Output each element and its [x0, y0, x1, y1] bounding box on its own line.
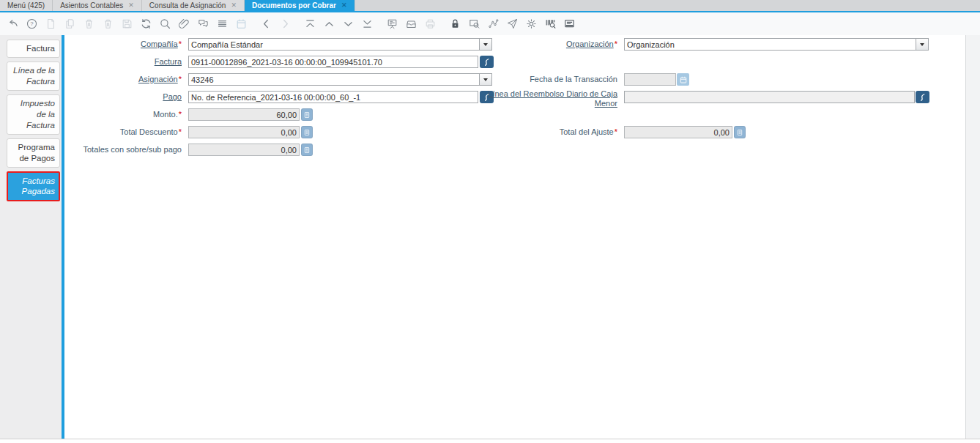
monto-calculator-button[interactable] — [301, 108, 313, 121]
sidebar-item-facturas-pagadas[interactable]: Facturas Pagadas — [7, 171, 60, 202]
calculator-icon — [303, 111, 311, 119]
asignacion-label[interactable]: Asignación* — [44, 73, 182, 86]
find-icon[interactable] — [158, 17, 172, 31]
zoom-across-icon[interactable] — [467, 17, 481, 31]
compania-label[interactable]: Compañía* — [44, 38, 182, 51]
fecha-transaccion-field — [624, 73, 676, 86]
fecha-calendar-button[interactable] — [677, 73, 689, 86]
total-ajuste-calculator-button[interactable] — [734, 126, 746, 138]
reembolso-zoom-button[interactable] — [916, 91, 929, 103]
chat-icon[interactable] — [196, 17, 210, 31]
fecha-transaccion-label: Fecha de la Transacción — [476, 73, 617, 86]
monto-label: Monto.* — [44, 108, 182, 121]
factura-label[interactable]: Factura — [44, 56, 182, 68]
zoom-arrow-icon — [483, 58, 491, 67]
zoom-arrow-icon — [918, 93, 927, 102]
total-ajuste-label: Total del Ajuste* — [476, 126, 617, 138]
scrollbar-track[interactable] — [965, 35, 980, 439]
total-descuento-calculator-button[interactable] — [301, 126, 313, 138]
close-icon[interactable]: ✕ — [128, 0, 134, 11]
close-icon[interactable]: ✕ — [341, 0, 347, 11]
toolbar — [0, 12, 980, 35]
delete-record-icon[interactable] — [82, 17, 96, 31]
factura-zoom-button[interactable] — [480, 56, 494, 68]
print-icon[interactable] — [423, 17, 437, 31]
sobre-sub-pago-label: Totales con sobre/sub pago — [44, 144, 182, 156]
tab-asientos-contables[interactable]: Asientos Contables ✕ — [53, 0, 142, 11]
tab-label: Asientos Contables — [60, 1, 123, 10]
share-icon[interactable] — [505, 17, 519, 31]
tab-label: Menú (425) — [7, 1, 45, 10]
reembolso-label[interactable]: Línea del Reembolso Diario de Caja Menor — [476, 89, 617, 108]
report-icon[interactable] — [385, 17, 399, 31]
tab-label: Consulta de Asignación — [149, 1, 226, 10]
calculator-icon — [736, 128, 743, 137]
save-icon[interactable] — [120, 17, 134, 31]
compania-field[interactable]: Compañía Estándar — [188, 38, 492, 51]
pago-field[interactable]: No. de Referencia_2021-03-16 00:00:00_60… — [188, 91, 478, 103]
chevron-right-icon[interactable] — [278, 17, 292, 31]
new-record-icon[interactable] — [44, 17, 58, 31]
chevron-left-icon[interactable] — [259, 17, 273, 31]
close-icon[interactable]: ✕ — [231, 0, 237, 11]
dropdown-arrow-icon[interactable] — [916, 39, 928, 50]
refresh-icon[interactable] — [139, 17, 153, 31]
total-descuento-field: 0,00 — [188, 126, 300, 138]
application-window: Menú (425) Asientos Contables ✕ Consulta… — [0, 0, 980, 443]
undo-icon[interactable] — [6, 17, 20, 31]
tab-menu[interactable]: Menú (425) — [0, 0, 53, 11]
tab-label: Documentos por Cobrar — [252, 1, 336, 10]
calculator-icon — [303, 146, 311, 155]
archive-icon[interactable] — [404, 17, 418, 31]
organizacion-label[interactable]: Organización* — [476, 38, 617, 51]
grid-toggle-icon[interactable] — [215, 17, 229, 31]
first-record-icon[interactable] — [303, 17, 317, 31]
copy-record-icon[interactable] — [63, 17, 77, 31]
asignacion-field[interactable]: 43246 — [188, 73, 492, 86]
factura-field[interactable]: 0911-00012896_2021-03-16 00:00:00_109945… — [188, 56, 478, 68]
tab-documentos-por-cobrar[interactable]: Documentos por Cobrar ✕ — [245, 0, 355, 11]
pago-label[interactable]: Pago — [44, 91, 182, 103]
help-icon[interactable] — [25, 17, 39, 31]
preferences-icon[interactable] — [524, 17, 538, 31]
sobre-sub-pago-field: 0,00 — [188, 144, 300, 156]
attachment-icon[interactable] — [177, 17, 191, 31]
last-record-icon[interactable] — [360, 17, 374, 31]
monto-field: 60,00 — [188, 108, 300, 121]
calendar-icon — [679, 75, 688, 84]
tab-consulta-de-asignacion[interactable]: Consulta de Asignación ✕ — [142, 0, 245, 11]
workflow-icon[interactable] — [486, 17, 500, 31]
next-record-icon[interactable] — [341, 17, 355, 31]
total-descuento-label: Total Descuento* — [44, 126, 182, 138]
delete-selection-icon[interactable] — [101, 17, 115, 31]
window-tab-bar: Menú (425) Asientos Contables ✕ Consulta… — [0, 0, 980, 11]
sobre-sub-pago-calculator-button[interactable] — [301, 144, 313, 156]
calculator-icon — [303, 128, 311, 137]
total-ajuste-field: 0,00 — [624, 126, 732, 138]
reembolso-field[interactable] — [624, 91, 915, 103]
product-info-icon[interactable] — [543, 17, 557, 31]
calendar-icon[interactable] — [234, 17, 248, 31]
previous-record-icon[interactable] — [322, 17, 336, 31]
organizacion-field[interactable]: Organización — [624, 38, 929, 51]
help-panel-icon[interactable] — [563, 17, 576, 31]
lock-icon[interactable] — [448, 17, 462, 31]
bottom-divider — [0, 439, 980, 439]
